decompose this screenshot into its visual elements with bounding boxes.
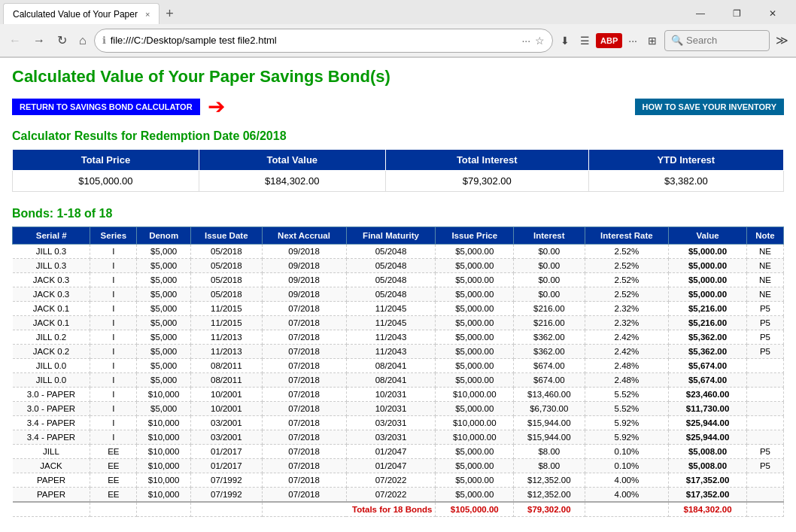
address-input[interactable] — [111, 35, 518, 46]
bonds-table: Serial # Series Denom Issue Date Next Ac… — [12, 226, 784, 517]
overflow-button[interactable]: ··· — [624, 32, 642, 50]
left-buttons: RETURN TO SAVINGS BOND CALCULATOR ➔ — [12, 94, 225, 119]
totals-row: Totals for 18 Bonds$105,000.00$79,302.00… — [13, 502, 784, 517]
table-row: 3.4 - PAPERI$10,00003/200107/201803/2031… — [13, 430, 784, 445]
table-row: JILL 0.2I$5,00011/201307/201811/2043$5,0… — [13, 330, 784, 345]
address-info-icon: ℹ — [102, 35, 106, 46]
col-issue-price: Issue Price — [436, 227, 514, 245]
col-denom: Denom — [137, 227, 191, 245]
bookmark-button[interactable]: ☆ — [535, 35, 545, 47]
col-value: Value — [669, 227, 747, 245]
col-note: Note — [746, 227, 783, 245]
summary-total-value: $184,302.00 — [199, 171, 385, 192]
nav-bar: ← → ↻ ⌂ ℹ ··· ☆ ⬇ ☰ ABP ··· ⊞ 🔍 ≫ — [0, 24, 796, 57]
col-interest-rate: Interest Rate — [585, 227, 669, 245]
table-row: JACK 0.1I$5,00011/201507/201811/2045$5,0… — [13, 302, 784, 316]
page-content: Calculated Value of Your Paper Savings B… — [0, 58, 796, 526]
table-row: 3.0 - PAPERI$10,00010/200107/201810/2031… — [13, 388, 784, 402]
summary-header-total-price: Total Price — [13, 150, 199, 171]
col-final-maturity: Final Maturity — [346, 227, 436, 245]
table-row: JACKEE$10,00001/201707/201801/2047$5,000… — [13, 459, 784, 473]
col-serial: Serial # — [13, 227, 90, 245]
col-next-accrual: Next Accrual — [262, 227, 346, 245]
table-row: JILL 0.0I$5,00008/201107/201808/2041$5,0… — [13, 359, 784, 373]
search-input[interactable] — [686, 35, 754, 46]
tab-close-button[interactable]: × — [145, 10, 150, 19]
active-tab[interactable]: Calculated Value of Your Paper × — [3, 3, 160, 24]
summary-total-price: $105,000.00 — [13, 171, 199, 192]
bonds-title: Bonds: 1-18 of 18 — [12, 207, 784, 220]
table-row: JACK 0.3I$5,00005/201809/201805/2048$5,0… — [13, 287, 784, 302]
new-tab-button[interactable]: + — [160, 6, 180, 22]
close-button[interactable]: ✕ — [755, 2, 790, 26]
summary-header-total-interest: Total Interest — [385, 150, 588, 171]
table-row: PAPEREE$10,00007/199207/201807/2022$5,00… — [13, 488, 784, 503]
home-button[interactable]: ⌂ — [74, 31, 91, 50]
col-issue-date: Issue Date — [191, 227, 262, 245]
address-more-button[interactable]: ··· — [521, 35, 530, 47]
address-bar[interactable]: ℹ ··· ☆ — [94, 29, 553, 53]
col-series: Series — [90, 227, 137, 245]
tab-title: Calculated Value of Your Paper — [13, 9, 138, 20]
save-inventory-button[interactable]: HOW TO SAVE YOUR INVENTORY — [635, 99, 784, 115]
col-interest: Interest — [514, 227, 585, 245]
back-button[interactable]: ← — [5, 31, 26, 50]
adblock-button[interactable]: ABP — [596, 33, 622, 48]
arrow-indicator: ➔ — [208, 94, 225, 119]
table-row: PAPEREE$10,00007/199207/201807/2022$5,00… — [13, 473, 784, 488]
table-row: 3.0 - PAPERI$5,00010/200107/201810/2031$… — [13, 402, 784, 416]
tab-bar: Calculated Value of Your Paper × + — ❐ ✕ — [0, 0, 796, 24]
table-row: JACK 0.3I$5,00005/201809/201805/2048$5,0… — [13, 273, 784, 287]
return-button[interactable]: RETURN TO SAVINGS BOND CALCULATOR — [12, 99, 200, 115]
grid-button[interactable]: ⊞ — [643, 32, 661, 50]
table-row: JILL 0.3I$5,00005/201809/201805/2048$5,0… — [13, 245, 784, 259]
table-row: JACK 0.1I$5,00011/201507/201811/2045$5,0… — [13, 316, 784, 330]
table-row: JILL 0.3I$5,00005/201809/201805/2048$5,0… — [13, 259, 784, 273]
page-title: Calculated Value of Your Paper Savings B… — [12, 67, 784, 87]
summary-header-total-value: Total Value — [199, 150, 385, 171]
calculator-results-title: Calculator Results for Redemption Date 0… — [12, 129, 784, 143]
top-buttons: RETURN TO SAVINGS BOND CALCULATOR ➔ HOW … — [12, 94, 784, 119]
search-bar[interactable]: 🔍 — [664, 30, 770, 51]
summary-table: Total Price Total Value Total Interest Y… — [12, 149, 784, 192]
download-button[interactable]: ⬇ — [556, 32, 574, 50]
forward-button[interactable]: → — [29, 31, 50, 50]
minimize-button[interactable]: — — [683, 2, 718, 26]
refresh-button[interactable]: ↻ — [53, 30, 71, 50]
table-row: 3.4 - PAPERI$10,00003/200107/201803/2031… — [13, 416, 784, 430]
reading-list-button[interactable]: ☰ — [576, 32, 594, 50]
summary-ytd-interest: $3,382.00 — [588, 171, 783, 192]
table-row: JILL 0.0I$5,00008/201107/201808/2041$5,0… — [13, 373, 784, 388]
summary-total-interest: $79,302.00 — [385, 171, 588, 192]
summary-header-ytd-interest: YTD Interest — [588, 150, 783, 171]
search-icon: 🔍 — [671, 35, 683, 46]
browser-chrome: Calculated Value of Your Paper × + — ❐ ✕… — [0, 0, 796, 58]
window-controls: — ❐ ✕ — [683, 2, 793, 26]
browser-actions: ⬇ ☰ ABP ··· ⊞ — [556, 32, 661, 50]
restore-button[interactable]: ❐ — [719, 2, 754, 26]
expand-button[interactable]: ≫ — [773, 30, 791, 50]
table-row: JACK 0.2I$5,00011/201307/201811/2043$5,0… — [13, 345, 784, 359]
table-row: JILLEE$10,00001/201707/201801/2047$5,000… — [13, 445, 784, 459]
